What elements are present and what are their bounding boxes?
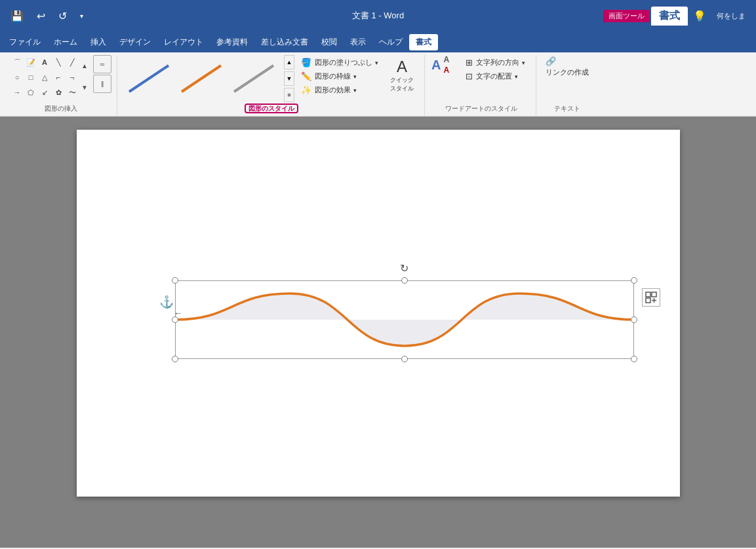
shape-bracket2-btn[interactable]: ¬	[66, 71, 79, 84]
wordart-small-buttons: A A	[443, 55, 449, 75]
wordart-style-content: A A A ⊞ 文字列の方向 ▾ ⊡ 文字の配置 ▾	[431, 55, 530, 103]
save-button[interactable]: 💾	[5, 7, 29, 25]
text-dir-dropdown-icon: ▾	[522, 60, 525, 66]
wordart-right: ⊞ 文字列の方向 ▾ ⊡ 文字の配置 ▾	[460, 55, 530, 84]
shape-squiggle-btn[interactable]: 〜	[66, 86, 79, 99]
document-area: ⚓ ← ↻	[0, 117, 756, 548]
format-tab-active[interactable]: 書式	[651, 7, 688, 26]
handle-bottom-right[interactable]	[631, 356, 637, 362]
fill-dropdown-icon: ▾	[375, 60, 378, 66]
customize-qat-button[interactable]: ▾	[75, 10, 89, 22]
shape-style-content: ▲ ▼ ≡ 🪣 図形の塗りつぶし ▾ ✏️ 図形の枠線 ▾ ✨ 図形の効果	[124, 55, 419, 102]
quick-style-label: クイックスタイル	[390, 76, 414, 93]
style-item-3[interactable]	[229, 56, 279, 101]
shape-triangle-btn[interactable]: △	[38, 71, 51, 84]
quick-style-icon: A	[397, 58, 407, 76]
shapes-scroll-down[interactable]: ▼	[80, 81, 89, 94]
handle-top-left[interactable]	[172, 277, 178, 284]
text-box-tools: ═ ‖	[93, 55, 111, 93]
text-align-icon: ⊡	[466, 71, 473, 81]
outline-dropdown-icon: ▾	[353, 73, 357, 80]
gallery-scroll-up[interactable]: ▲	[284, 55, 294, 69]
menu-review[interactable]: 校閲	[315, 34, 344, 50]
menu-references[interactable]: 参考資料	[210, 34, 254, 50]
shape-style-group: ▲ ▼ ≡ 🪣 図形の塗りつぶし ▾ ✏️ 図形の枠線 ▾ ✨ 図形の効果	[119, 55, 425, 116]
shape-style-label-container: 図形のスタイル	[245, 104, 298, 113]
shape-text-btn[interactable]: 📝	[24, 56, 37, 69]
shape-arrow-btn[interactable]: →	[10, 86, 24, 99]
shape-bracket1-btn[interactable]: ⌐	[52, 71, 65, 84]
menu-insert[interactable]: 挿入	[84, 34, 113, 50]
text-direction-icon: ⊞	[466, 58, 473, 67]
handle-bottom-middle[interactable]	[401, 356, 408, 362]
document-page: ⚓ ← ↻	[77, 130, 680, 497]
shape-rect-btn[interactable]: □	[24, 71, 37, 84]
undo-button[interactable]: ↩	[31, 7, 50, 25]
style-item-2[interactable]	[176, 56, 226, 101]
shapes-scroll-up[interactable]: ▲	[80, 60, 89, 73]
shape-style-right: 🪣 図形の塗りつぶし ▾ ✏️ 図形の枠線 ▾ ✨ 図形の効果 ▾	[296, 55, 384, 98]
gallery-scroll-down[interactable]: ▼	[284, 71, 294, 86]
text-direction-btn[interactable]: ⊞ 文字列の方向 ▾	[463, 56, 528, 69]
quick-access-toolbar: 💾 ↩ ↺ ▾	[5, 7, 89, 25]
document-title: 文書 1 - Word	[352, 10, 404, 22]
handle-top-right[interactable]	[631, 277, 637, 284]
anchor-icon: ⚓	[159, 295, 174, 309]
quick-style-btn[interactable]: A クイックスタイル	[385, 55, 419, 96]
wordart-A-large[interactable]: A	[431, 55, 441, 75]
shape-outline-btn[interactable]: ✏️ 図形の枠線 ▾	[298, 70, 381, 83]
shape-line2-btn[interactable]: ╱	[66, 56, 79, 69]
text-box-horizontal[interactable]: ═	[93, 55, 111, 73]
wordart-A-outline[interactable]: A	[443, 55, 449, 64]
redo-button[interactable]: ↺	[53, 7, 72, 25]
effect-dropdown-icon: ▾	[353, 87, 357, 94]
text-box-vertical[interactable]: ‖	[93, 75, 111, 93]
menu-home[interactable]: ホーム	[47, 34, 84, 50]
shape-freeform-btn[interactable]: ✿	[52, 86, 65, 99]
rotate-handle[interactable]: ↻	[400, 262, 408, 274]
svg-rect-5	[646, 298, 650, 303]
text-align-btn[interactable]: ⊡ 文字の配置 ▾	[463, 70, 528, 83]
handle-top-middle[interactable]	[401, 277, 408, 284]
svg-line-0	[129, 66, 169, 92]
help-icon-button[interactable]: 💡	[688, 7, 711, 25]
menu-layout[interactable]: レイアウト	[157, 34, 210, 50]
shape-insert-label: 図形の挿入	[45, 103, 77, 113]
shape-down-btn[interactable]: ↙	[38, 86, 51, 99]
style-item-1[interactable]	[124, 56, 174, 101]
link-icon: 🔗	[546, 56, 556, 66]
gallery-expand[interactable]: ≡	[284, 88, 294, 102]
drawing-tools-badge: 画面ツール	[603, 10, 650, 22]
handle-mid-right[interactable]	[631, 316, 637, 323]
svg-rect-4	[652, 292, 656, 297]
shape-A-btn[interactable]: A	[38, 56, 51, 69]
wave-shape-container[interactable]: ↻	[175, 280, 634, 359]
search-box[interactable]: 何をしま	[711, 9, 751, 24]
wordart-A-colored[interactable]: A	[443, 66, 449, 75]
shape-circle-btn[interactable]: ○	[10, 71, 24, 84]
shapes-scroll: ▲ ▼	[80, 55, 89, 98]
link-create-btn[interactable]: 🔗 リンクの作成	[543, 55, 591, 79]
wordart-style-label: ワードアートのスタイル	[445, 103, 517, 113]
shape-fill-btn[interactable]: 🪣 図形の塗りつぶし ▾	[298, 56, 381, 69]
shapes-grid: ⌒ 📝 A ╲ ╱ ○ □ △ ⌐ ¬ → ⬠ ↙ ✿ 〜	[10, 55, 79, 100]
menu-file[interactable]: ファイル	[3, 34, 47, 50]
handle-bottom-left[interactable]	[172, 356, 178, 362]
handle-mid-left[interactable]	[172, 316, 178, 323]
shape-curve-btn[interactable]: ⌒	[10, 56, 24, 69]
wordart-style-group: A A A ⊞ 文字列の方向 ▾ ⊡ 文字の配置 ▾	[426, 55, 536, 116]
outline-icon: ✏️	[301, 71, 311, 81]
layout-options-button[interactable]	[642, 288, 660, 307]
menu-help[interactable]: ヘルプ	[372, 34, 409, 50]
menu-format[interactable]: 書式	[409, 34, 438, 50]
wordart-row1: A A A	[431, 55, 449, 75]
shape-pentagon-btn[interactable]: ⬠	[24, 86, 37, 99]
style-gallery	[124, 55, 281, 102]
menu-design[interactable]: デザイン	[113, 34, 157, 50]
shape-line-btn[interactable]: ╲	[52, 56, 65, 69]
menu-view[interactable]: 表示	[344, 34, 372, 50]
title-bar: 💾 ↩ ↺ ▾ 文書 1 - Word 画面ツール 書式 💡 何をしま	[0, 0, 756, 31]
ribbon: ⌒ 📝 A ╲ ╱ ○ □ △ ⌐ ¬ → ⬠ ↙ ✿ 〜 ▲	[0, 52, 756, 117]
menu-mailings[interactable]: 差し込み文書	[254, 34, 315, 50]
shape-effect-btn[interactable]: ✨ 図形の効果 ▾	[298, 84, 381, 96]
